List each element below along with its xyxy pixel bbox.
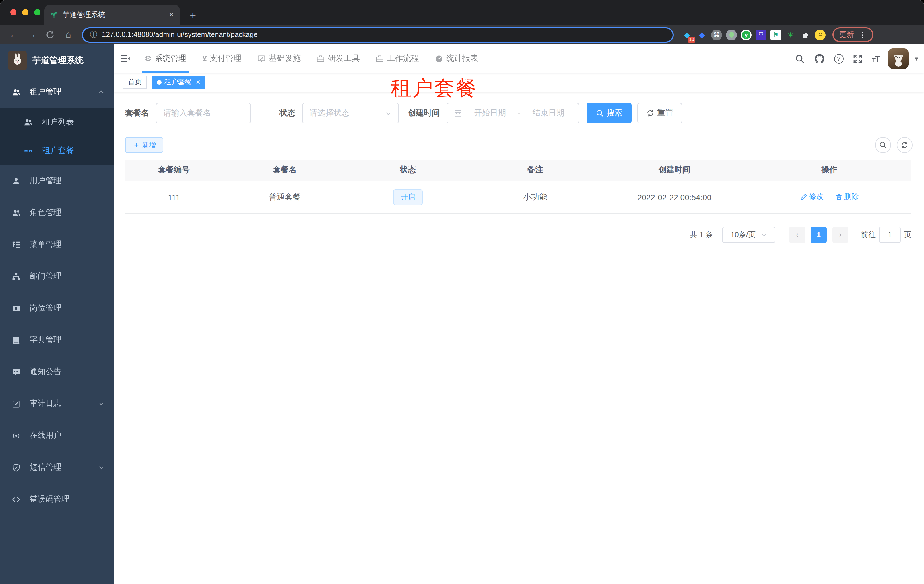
cell-create-time: 2022-02-22 00:54:00 xyxy=(602,181,747,213)
sidebar-item-audit-log[interactable]: 审计日志 xyxy=(0,388,114,419)
chevron-down-icon xyxy=(761,232,767,237)
top-menu-system[interactable]: ⚙ 系统管理 xyxy=(137,44,194,73)
sidebar-submenu-tenant: 租户列表 租户套餐 xyxy=(0,108,114,165)
minimize-window-button[interactable] xyxy=(22,9,28,15)
page-annotation-red-text: 租户套餐 xyxy=(391,74,477,102)
sidebar-item-online-users[interactable]: 在线用户 xyxy=(0,419,114,451)
home-button[interactable]: ⌂ xyxy=(60,30,76,40)
sidebar-item-tenant-package[interactable]: 租户套餐 xyxy=(0,137,114,165)
extension-blue-diamond-icon[interactable]: ◆10 xyxy=(681,29,693,40)
top-menu-infrastructure[interactable]: 基础设施 xyxy=(249,44,309,73)
help-icon[interactable]: ? xyxy=(834,54,844,63)
extension-gem-icon[interactable]: ◆ xyxy=(696,29,707,40)
tag-tenant-package[interactable]: 租户套餐 ✕ xyxy=(152,76,206,89)
address-bar[interactable]: ⓘ 127.0.0.1:48080/admin-ui/system/tenant… xyxy=(82,27,674,42)
toggle-search-button[interactable] xyxy=(875,137,891,153)
header-search-icon[interactable] xyxy=(794,53,806,64)
avatar-caret-icon[interactable]: ▼ xyxy=(914,56,919,62)
refresh-table-button[interactable] xyxy=(897,137,912,153)
package-name-input[interactable]: 请输入套餐名 xyxy=(156,103,251,123)
chevron-down-icon xyxy=(385,110,391,116)
site-info-icon[interactable]: ⓘ xyxy=(90,30,97,40)
pagination-total: 共 1 条 xyxy=(690,229,713,240)
hamburger-icon xyxy=(120,53,130,64)
sidebar-item-user-management[interactable]: 用户管理 xyxy=(0,165,114,197)
tab-close-icon[interactable]: ✕ xyxy=(168,11,174,19)
search-form: 套餐名 请输入套餐名 状态 请选择状态 创建时间 开始日期 - 结束日期 xyxy=(125,103,912,123)
browser-update-button[interactable]: 更新 ⋮ xyxy=(832,27,873,42)
github-icon[interactable] xyxy=(814,53,825,64)
sidebar-item-notice[interactable]: 通知公告 xyxy=(0,356,114,388)
reset-button[interactable]: 重置 xyxy=(637,103,682,123)
extension-smiley-icon[interactable] xyxy=(815,29,825,40)
extension-green-star-icon[interactable]: ✶ xyxy=(785,29,796,40)
sidebar-item-tenant-management[interactable]: 租户管理 xyxy=(0,76,114,108)
browser-tabstrip: 芋道管理系统 ✕ + xyxy=(0,0,924,25)
extension-command-icon[interactable]: ⌘ xyxy=(711,29,722,40)
sidebar-item-label: 审计日志 xyxy=(30,399,89,409)
sidebar-item-post-management[interactable]: 岗位管理 xyxy=(0,292,114,324)
cell-status: 开启 xyxy=(347,181,469,213)
sidebar-item-tenant-list[interactable]: 租户列表 xyxy=(0,108,114,137)
search-button[interactable]: 搜索 xyxy=(587,103,632,123)
tag-label: 租户套餐 xyxy=(165,77,192,87)
forward-button[interactable]: → xyxy=(24,30,40,40)
peoples-icon xyxy=(12,88,20,96)
sidebar-logo[interactable]: 芋道管理系统 xyxy=(0,44,114,76)
extension-purple-shield-icon[interactable]: ⛉ xyxy=(756,29,766,40)
zoom-window-button[interactable] xyxy=(34,9,40,15)
new-tab-button[interactable]: + xyxy=(185,9,200,21)
add-button-label: 新增 xyxy=(142,140,156,150)
browser-tab[interactable]: 芋道管理系统 ✕ xyxy=(45,5,180,25)
reload-button[interactable] xyxy=(42,30,58,40)
status-select[interactable]: 请选择状态 xyxy=(302,103,399,123)
tag-home[interactable]: 首页 xyxy=(123,76,147,89)
sidebar-collapse-button[interactable] xyxy=(114,53,137,64)
sidebar-item-label: 字典管理 xyxy=(30,335,105,345)
sidebar-item-menu-management[interactable]: 菜单管理 xyxy=(0,229,114,260)
top-navbar: ⚙ 系统管理 ¥ 支付管理 基础设施 研发工具 xyxy=(114,44,924,73)
font-size-icon[interactable]: TT xyxy=(872,54,880,63)
page-size-select[interactable]: 10条/页 xyxy=(722,227,776,242)
date-range-picker[interactable]: 开始日期 - 结束日期 xyxy=(447,103,579,123)
top-menu-workflow[interactable]: 工作流程 xyxy=(368,44,427,73)
extension-grey-circle-icon[interactable] xyxy=(726,29,737,40)
browser-menu-icon[interactable]: ⋮ xyxy=(858,30,866,39)
tag-close-icon[interactable]: ✕ xyxy=(196,79,201,85)
sidebar-item-dept-management[interactable]: 部门管理 xyxy=(0,260,114,292)
table-toolbar: ＋ 新增 xyxy=(125,137,912,153)
add-button[interactable]: ＋ 新增 xyxy=(125,137,163,153)
macos-traffic-lights[interactable] xyxy=(10,9,40,15)
start-date-placeholder[interactable]: 开始日期 xyxy=(467,108,513,118)
sidebar-item-label: 租户列表 xyxy=(42,117,74,127)
back-button[interactable]: ← xyxy=(6,30,21,40)
next-page-button[interactable]: › xyxy=(832,227,848,242)
top-menu-payment[interactable]: ¥ 支付管理 xyxy=(194,44,249,73)
goto-page-input[interactable] xyxy=(879,227,901,242)
current-page-button[interactable]: 1 xyxy=(811,227,827,242)
sidebar-item-role-management[interactable]: 角色管理 xyxy=(0,197,114,229)
refresh-icon xyxy=(901,141,909,149)
sidebar-item-error-code[interactable]: 错误码管理 xyxy=(0,484,114,515)
col-actions: 操作 xyxy=(747,160,911,181)
delete-link[interactable]: 删除 xyxy=(835,192,859,202)
fullscreen-icon[interactable] xyxy=(852,53,864,64)
top-menu-dev-tools[interactable]: 研发工具 xyxy=(309,44,368,73)
page-suffix-label: 页 xyxy=(904,229,911,240)
prev-page-button[interactable]: ‹ xyxy=(789,227,805,242)
status-badge[interactable]: 开启 xyxy=(393,189,423,205)
sidebar-item-dict-management[interactable]: 字典管理 xyxy=(0,324,114,356)
edit-link[interactable]: 修改 xyxy=(800,192,823,202)
extension-puzzle-icon[interactable] xyxy=(800,29,811,40)
sidebar-item-sms-management[interactable]: 短信管理 xyxy=(0,451,114,484)
close-window-button[interactable] xyxy=(10,9,16,15)
top-menu-report[interactable]: 统计报表 xyxy=(427,44,486,73)
cat-avatar-image xyxy=(892,53,905,67)
package-name-label: 套餐名 xyxy=(125,108,149,118)
yen-icon: ¥ xyxy=(202,54,207,63)
extension-y-green-icon[interactable]: y xyxy=(741,29,752,40)
user-avatar[interactable] xyxy=(888,48,909,69)
end-date-placeholder[interactable]: 结束日期 xyxy=(525,108,572,118)
extension-green-flag-icon[interactable]: ⚑ xyxy=(771,29,781,40)
top-menu: ⚙ 系统管理 ¥ 支付管理 基础设施 研发工具 xyxy=(137,44,486,73)
